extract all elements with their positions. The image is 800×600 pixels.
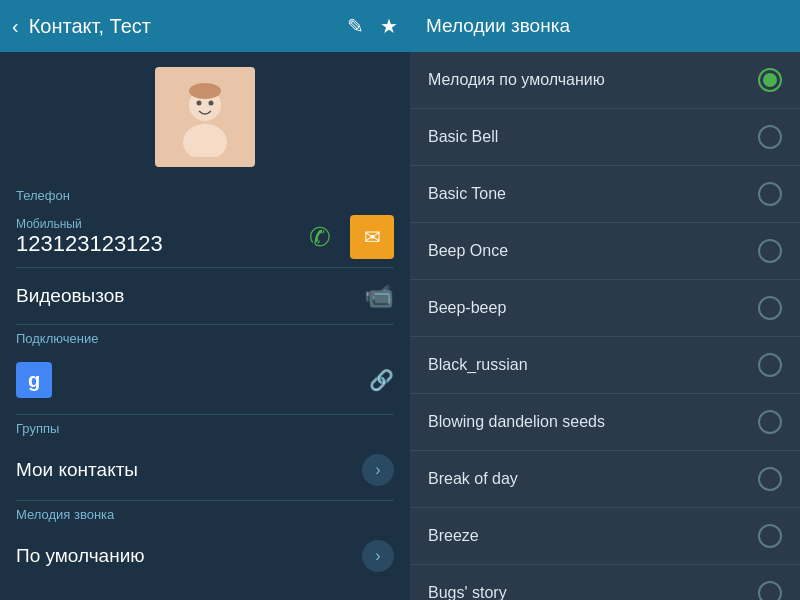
ringtone-item-label: Black_russian — [428, 356, 528, 374]
ringtone-section: По умолчанию › — [0, 526, 410, 600]
call-icon: ✆ — [309, 222, 331, 253]
ringtone-dialog-header: Мелодии звонка — [410, 0, 800, 52]
google-icon: g — [16, 362, 52, 398]
ringtone-item-label: Basic Bell — [428, 128, 498, 146]
contact-name: Контакт, Тест — [29, 15, 347, 38]
my-contacts-label: Мои контакты — [16, 459, 138, 481]
ringtone-section-label: Мелодия звонка — [0, 501, 410, 526]
ringtone-chevron: › — [362, 540, 394, 572]
svg-point-3 — [197, 101, 202, 106]
sms-icon: ✉ — [364, 225, 381, 249]
sms-button[interactable]: ✉ — [350, 215, 394, 259]
ringtone-item-label: Basic Tone — [428, 185, 506, 203]
back-button[interactable]: ‹ — [12, 15, 19, 38]
video-call-label: Видеовызов — [16, 285, 124, 307]
ringtone-value: По умолчанию — [16, 545, 145, 567]
phone-row: Мобильный 123123123123 ✆ ✉ — [0, 207, 410, 267]
star-icon[interactable]: ★ — [380, 14, 398, 38]
phone-type: Мобильный — [16, 217, 298, 231]
ringtone-list-item[interactable]: Bugs' story — [410, 565, 800, 600]
connection-section: g 🔗 — [0, 350, 410, 414]
groups-chevron: › — [362, 454, 394, 486]
top-bar-icons: ✎ ★ — [347, 14, 398, 38]
ringtone-item-label: Beep-beep — [428, 299, 506, 317]
radio-button[interactable] — [758, 182, 782, 206]
link-icon: 🔗 — [369, 368, 394, 392]
left-panel: ‹ Контакт, Тест ✎ ★ Тел — [0, 0, 410, 600]
radio-button[interactable] — [758, 68, 782, 92]
ringtone-item-label: Break of day — [428, 470, 518, 488]
radio-button[interactable] — [758, 125, 782, 149]
radio-button[interactable] — [758, 239, 782, 263]
connection-label: Подключение — [0, 325, 410, 350]
groups-label: Группы — [0, 415, 410, 440]
radio-button[interactable] — [758, 410, 782, 434]
google-row: g 🔗 — [16, 356, 394, 404]
ringtone-list-item[interactable]: Basic Tone — [410, 166, 800, 223]
ringtone-item-label: Мелодия по умолчанию — [428, 71, 605, 89]
ringtone-list-item[interactable]: Break of day — [410, 451, 800, 508]
ringtone-item-label: Blowing dandelion seeds — [428, 413, 605, 431]
ringtone-list-item[interactable]: Breeze — [410, 508, 800, 565]
ringtone-dialog-title: Мелодии звонка — [426, 15, 570, 37]
ringtone-item-label: Beep Once — [428, 242, 508, 260]
ringtone-list-item[interactable]: Black_russian — [410, 337, 800, 394]
my-contacts-row[interactable]: Мои контакты › — [0, 440, 410, 500]
groups-section: Мои контакты › — [0, 440, 410, 500]
edit-icon[interactable]: ✎ — [347, 14, 364, 38]
phone-actions: ✆ ✉ — [298, 215, 394, 259]
video-call-row[interactable]: Видеовызов 📹 — [0, 268, 410, 324]
top-bar: ‹ Контакт, Тест ✎ ★ — [0, 0, 410, 52]
ringtone-row[interactable]: По умолчанию › — [0, 526, 410, 586]
radio-button[interactable] — [758, 467, 782, 491]
ringtone-list-item[interactable]: Blowing dandelion seeds — [410, 394, 800, 451]
avatar — [155, 67, 255, 167]
avatar-section — [0, 52, 410, 182]
ringtone-list-item[interactable]: Beep-beep — [410, 280, 800, 337]
ringtone-list-item[interactable]: Basic Bell — [410, 109, 800, 166]
phone-section-label: Телефон — [0, 182, 410, 207]
video-icon: 📹 — [364, 282, 394, 310]
radio-button[interactable] — [758, 296, 782, 320]
svg-point-4 — [209, 101, 214, 106]
ringtone-list-item[interactable]: Beep Once — [410, 223, 800, 280]
ringtone-list: Мелодия по умолчаниюBasic BellBasic Tone… — [410, 52, 800, 600]
phone-info: Мобильный 123123123123 — [16, 217, 298, 257]
ringtone-item-label: Bugs' story — [428, 584, 507, 600]
ringtone-list-item[interactable]: Мелодия по умолчанию — [410, 52, 800, 109]
radio-button[interactable] — [758, 581, 782, 600]
radio-button[interactable] — [758, 353, 782, 377]
right-panel: Мелодии звонка Мелодия по умолчаниюBasic… — [410, 0, 800, 600]
call-button[interactable]: ✆ — [298, 215, 342, 259]
ringtone-item-label: Breeze — [428, 527, 479, 545]
phone-number: 123123123123 — [16, 231, 298, 257]
svg-point-5 — [189, 83, 221, 99]
radio-button[interactable] — [758, 524, 782, 548]
